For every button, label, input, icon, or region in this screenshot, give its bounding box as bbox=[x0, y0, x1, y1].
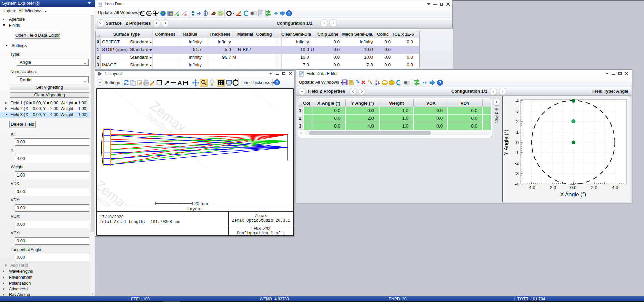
svg-text:-2.0: -2.0 bbox=[548, 185, 556, 190]
svg-text:A: A bbox=[148, 12, 150, 15]
svg-text:-4.0: -4.0 bbox=[528, 185, 535, 190]
svg-text:Y Angle (°): Y Angle (°) bbox=[503, 130, 509, 155]
svg-text:?: ? bbox=[439, 80, 441, 85]
svg-text:4: 4 bbox=[516, 98, 519, 103]
svg-text:1: 1 bbox=[142, 12, 144, 15]
svg-text:4.0: 4.0 bbox=[612, 185, 618, 190]
svg-text:X Angle (°): X Angle (°) bbox=[560, 192, 586, 197]
svg-text:20 mm: 20 mm bbox=[194, 201, 208, 206]
svg-text:?: ? bbox=[276, 80, 278, 85]
svg-text:A: A bbox=[178, 80, 182, 86]
svg-text:3: 3 bbox=[516, 109, 519, 114]
svg-text:?: ? bbox=[288, 11, 290, 16]
svg-text:-1: -1 bbox=[515, 150, 519, 155]
svg-text:0.0: 0.0 bbox=[570, 185, 577, 190]
svg-text:-3: -3 bbox=[515, 171, 519, 176]
svg-text:2.0: 2.0 bbox=[591, 185, 597, 190]
svg-text:-4: -4 bbox=[515, 182, 519, 187]
svg-text:9: 9 bbox=[375, 83, 377, 86]
svg-text:2: 2 bbox=[516, 119, 519, 124]
svg-text:-2: -2 bbox=[515, 161, 519, 166]
svg-text:0: 0 bbox=[516, 140, 519, 145]
svg-text:1: 1 bbox=[516, 130, 519, 135]
